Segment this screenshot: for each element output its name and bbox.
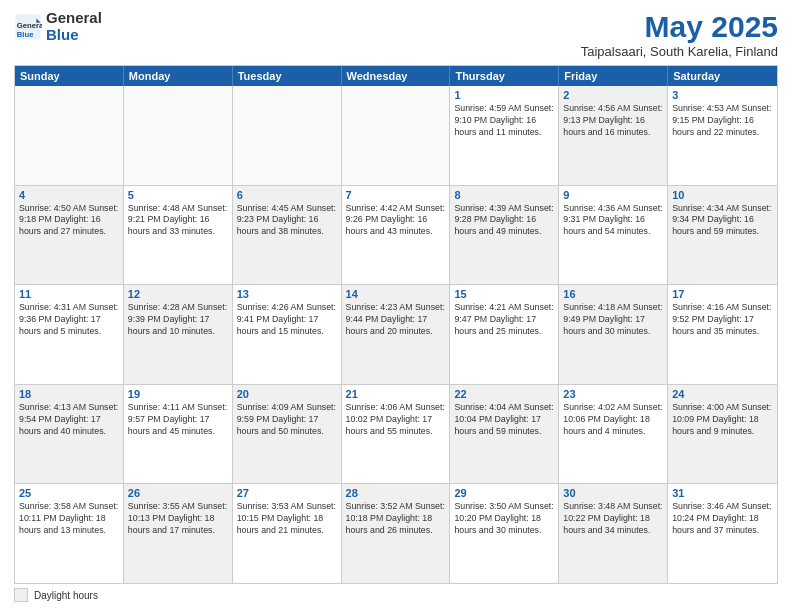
cell-text: Sunrise: 4:53 AM Sunset: 9:15 PM Dayligh…	[672, 103, 773, 139]
calendar-cell: 9Sunrise: 4:36 AM Sunset: 9:31 PM Daylig…	[559, 186, 668, 285]
cell-text: Sunrise: 3:48 AM Sunset: 10:22 PM Daylig…	[563, 501, 663, 537]
day-number: 28	[346, 487, 446, 499]
calendar-cell: 2Sunrise: 4:56 AM Sunset: 9:13 PM Daylig…	[559, 86, 668, 185]
calendar-header-cell: Friday	[559, 66, 668, 86]
calendar-cell: 6Sunrise: 4:45 AM Sunset: 9:23 PM Daylig…	[233, 186, 342, 285]
calendar-body: 1Sunrise: 4:59 AM Sunset: 9:10 PM Daylig…	[15, 86, 777, 583]
cell-text: Sunrise: 4:18 AM Sunset: 9:49 PM Dayligh…	[563, 302, 663, 338]
day-number: 26	[128, 487, 228, 499]
calendar-cell: 23Sunrise: 4:02 AM Sunset: 10:06 PM Dayl…	[559, 385, 668, 484]
calendar-cell: 19Sunrise: 4:11 AM Sunset: 9:57 PM Dayli…	[124, 385, 233, 484]
subtitle: Taipalsaari, South Karelia, Finland	[581, 44, 778, 59]
cell-text: Sunrise: 4:04 AM Sunset: 10:04 PM Daylig…	[454, 402, 554, 438]
calendar-header-cell: Monday	[124, 66, 233, 86]
day-number: 17	[672, 288, 773, 300]
cell-text: Sunrise: 4:09 AM Sunset: 9:59 PM Dayligh…	[237, 402, 337, 438]
calendar-cell: 26Sunrise: 3:55 AM Sunset: 10:13 PM Dayl…	[124, 484, 233, 583]
calendar-cell: 7Sunrise: 4:42 AM Sunset: 9:26 PM Daylig…	[342, 186, 451, 285]
day-number: 30	[563, 487, 663, 499]
cell-text: Sunrise: 4:02 AM Sunset: 10:06 PM Daylig…	[563, 402, 663, 438]
cell-text: Sunrise: 3:58 AM Sunset: 10:11 PM Daylig…	[19, 501, 119, 537]
day-number: 18	[19, 388, 119, 400]
day-number: 27	[237, 487, 337, 499]
calendar: SundayMondayTuesdayWednesdayThursdayFrid…	[14, 65, 778, 584]
legend: Daylight hours	[14, 588, 778, 602]
logo: General Blue General Blue	[14, 10, 102, 43]
calendar-cell: 13Sunrise: 4:26 AM Sunset: 9:41 PM Dayli…	[233, 285, 342, 384]
day-number: 10	[672, 189, 773, 201]
calendar-cell: 21Sunrise: 4:06 AM Sunset: 10:02 PM Dayl…	[342, 385, 451, 484]
calendar-cell: 29Sunrise: 3:50 AM Sunset: 10:20 PM Dayl…	[450, 484, 559, 583]
day-number: 4	[19, 189, 119, 201]
calendar-cell: 3Sunrise: 4:53 AM Sunset: 9:15 PM Daylig…	[668, 86, 777, 185]
day-number: 2	[563, 89, 663, 101]
day-number: 24	[672, 388, 773, 400]
day-number: 11	[19, 288, 119, 300]
cell-text: Sunrise: 4:28 AM Sunset: 9:39 PM Dayligh…	[128, 302, 228, 338]
cell-text: Sunrise: 4:00 AM Sunset: 10:09 PM Daylig…	[672, 402, 773, 438]
calendar-cell: 30Sunrise: 3:48 AM Sunset: 10:22 PM Dayl…	[559, 484, 668, 583]
day-number: 22	[454, 388, 554, 400]
calendar-cell: 14Sunrise: 4:23 AM Sunset: 9:44 PM Dayli…	[342, 285, 451, 384]
day-number: 9	[563, 189, 663, 201]
calendar-cell: 8Sunrise: 4:39 AM Sunset: 9:28 PM Daylig…	[450, 186, 559, 285]
cell-text: Sunrise: 4:36 AM Sunset: 9:31 PM Dayligh…	[563, 203, 663, 239]
calendar-row: 1Sunrise: 4:59 AM Sunset: 9:10 PM Daylig…	[15, 86, 777, 186]
cell-text: Sunrise: 3:52 AM Sunset: 10:18 PM Daylig…	[346, 501, 446, 537]
calendar-header-cell: Sunday	[15, 66, 124, 86]
calendar-cell: 17Sunrise: 4:16 AM Sunset: 9:52 PM Dayli…	[668, 285, 777, 384]
calendar-header-row: SundayMondayTuesdayWednesdayThursdayFrid…	[15, 66, 777, 86]
calendar-cell: 4Sunrise: 4:50 AM Sunset: 9:18 PM Daylig…	[15, 186, 124, 285]
calendar-cell	[342, 86, 451, 185]
cell-text: Sunrise: 3:46 AM Sunset: 10:24 PM Daylig…	[672, 501, 773, 537]
day-number: 1	[454, 89, 554, 101]
cell-text: Sunrise: 4:34 AM Sunset: 9:34 PM Dayligh…	[672, 203, 773, 239]
day-number: 3	[672, 89, 773, 101]
cell-text: Sunrise: 4:56 AM Sunset: 9:13 PM Dayligh…	[563, 103, 663, 139]
calendar-cell: 12Sunrise: 4:28 AM Sunset: 9:39 PM Dayli…	[124, 285, 233, 384]
logo-text: General Blue	[46, 10, 102, 43]
calendar-row: 25Sunrise: 3:58 AM Sunset: 10:11 PM Dayl…	[15, 484, 777, 583]
calendar-cell: 10Sunrise: 4:34 AM Sunset: 9:34 PM Dayli…	[668, 186, 777, 285]
cell-text: Sunrise: 3:55 AM Sunset: 10:13 PM Daylig…	[128, 501, 228, 537]
day-number: 16	[563, 288, 663, 300]
calendar-cell: 1Sunrise: 4:59 AM Sunset: 9:10 PM Daylig…	[450, 86, 559, 185]
cell-text: Sunrise: 4:31 AM Sunset: 9:36 PM Dayligh…	[19, 302, 119, 338]
calendar-cell	[124, 86, 233, 185]
calendar-header-cell: Saturday	[668, 66, 777, 86]
day-number: 12	[128, 288, 228, 300]
calendar-row: 4Sunrise: 4:50 AM Sunset: 9:18 PM Daylig…	[15, 186, 777, 286]
calendar-cell: 11Sunrise: 4:31 AM Sunset: 9:36 PM Dayli…	[15, 285, 124, 384]
calendar-cell: 22Sunrise: 4:04 AM Sunset: 10:04 PM Dayl…	[450, 385, 559, 484]
svg-text:Blue: Blue	[17, 29, 34, 38]
day-number: 29	[454, 487, 554, 499]
calendar-cell: 5Sunrise: 4:48 AM Sunset: 9:21 PM Daylig…	[124, 186, 233, 285]
cell-text: Sunrise: 3:53 AM Sunset: 10:15 PM Daylig…	[237, 501, 337, 537]
main-title: May 2025	[581, 10, 778, 44]
calendar-cell: 18Sunrise: 4:13 AM Sunset: 9:54 PM Dayli…	[15, 385, 124, 484]
calendar-header-cell: Thursday	[450, 66, 559, 86]
cell-text: Sunrise: 4:50 AM Sunset: 9:18 PM Dayligh…	[19, 203, 119, 239]
day-number: 31	[672, 487, 773, 499]
cell-text: Sunrise: 3:50 AM Sunset: 10:20 PM Daylig…	[454, 501, 554, 537]
page: General Blue General Blue May 2025 Taipa…	[0, 0, 792, 612]
day-number: 19	[128, 388, 228, 400]
cell-text: Sunrise: 4:26 AM Sunset: 9:41 PM Dayligh…	[237, 302, 337, 338]
cell-text: Sunrise: 4:23 AM Sunset: 9:44 PM Dayligh…	[346, 302, 446, 338]
title-block: May 2025 Taipalsaari, South Karelia, Fin…	[581, 10, 778, 59]
cell-text: Sunrise: 4:21 AM Sunset: 9:47 PM Dayligh…	[454, 302, 554, 338]
calendar-cell: 20Sunrise: 4:09 AM Sunset: 9:59 PM Dayli…	[233, 385, 342, 484]
cell-text: Sunrise: 4:45 AM Sunset: 9:23 PM Dayligh…	[237, 203, 337, 239]
cell-text: Sunrise: 4:42 AM Sunset: 9:26 PM Dayligh…	[346, 203, 446, 239]
cell-text: Sunrise: 4:48 AM Sunset: 9:21 PM Dayligh…	[128, 203, 228, 239]
calendar-row: 18Sunrise: 4:13 AM Sunset: 9:54 PM Dayli…	[15, 385, 777, 485]
day-number: 7	[346, 189, 446, 201]
calendar-cell: 24Sunrise: 4:00 AM Sunset: 10:09 PM Dayl…	[668, 385, 777, 484]
day-number: 8	[454, 189, 554, 201]
legend-label: Daylight hours	[34, 590, 98, 601]
day-number: 15	[454, 288, 554, 300]
logo-icon: General Blue	[14, 13, 42, 41]
day-number: 14	[346, 288, 446, 300]
day-number: 21	[346, 388, 446, 400]
calendar-cell: 28Sunrise: 3:52 AM Sunset: 10:18 PM Dayl…	[342, 484, 451, 583]
